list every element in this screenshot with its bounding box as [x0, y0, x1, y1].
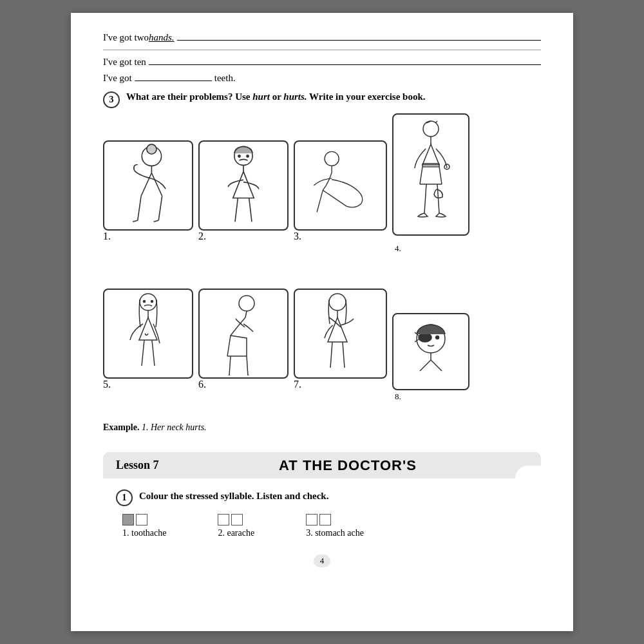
svg-line-31: [142, 340, 144, 366]
svg-point-45: [436, 336, 439, 339]
sq-1a[interactable]: [122, 514, 134, 526]
sq-1b[interactable]: [136, 514, 147, 526]
svg-line-39: [330, 342, 332, 368]
page-number-area: 4: [103, 554, 541, 567]
line3-suffix: teeth.: [214, 73, 236, 84]
svg-point-12: [247, 155, 249, 157]
sq-2b[interactable]: [231, 514, 243, 526]
line3-row: I've got teeth.: [103, 73, 541, 84]
syllable-item-3: 3. stomach ache: [306, 514, 364, 538]
exercise3-header: 3 What are their problems? Use hurt or h…: [103, 90, 541, 108]
sq-2a[interactable]: [218, 514, 229, 526]
lesson7-body: 1 Colour the stressed syllable. Listen a…: [103, 478, 541, 548]
svg-point-27: [140, 294, 156, 310]
figure5: 5.: [103, 289, 193, 390]
example-line: Example. 1. Her neck hurts.: [103, 422, 541, 433]
svg-line-3: [141, 173, 151, 196]
line1-prefix: I've got two: [103, 32, 149, 43]
figure4-label: 4.: [395, 243, 401, 254]
exercise1-header: 1 Colour the stressed syllable. Listen a…: [116, 488, 528, 506]
figure8-area: 8.: [392, 261, 476, 390]
lesson7-tab: Lesson 7: [103, 452, 180, 478]
figure5-label: 5.: [103, 379, 111, 390]
figure4-area: 4.: [392, 113, 476, 242]
svg-point-42: [419, 333, 431, 342]
svg-line-26: [437, 184, 439, 213]
figure6-label: 6.: [198, 379, 206, 390]
figure1-label: 1.: [103, 231, 111, 242]
example-text: 1. Her neck hurts.: [142, 422, 207, 432]
lesson7-title: AT THE DOCTOR'S: [279, 457, 417, 474]
figure6: 6.: [198, 289, 289, 390]
svg-point-28: [144, 301, 146, 303]
line2-row: I've got ten: [103, 57, 541, 68]
line1-word: hands.: [149, 32, 175, 43]
syllable-boxes: 1. toothache 2. earache 3. sto: [122, 514, 528, 538]
figure2-label: 2.: [198, 231, 206, 242]
sq-3b[interactable]: [319, 514, 331, 526]
lesson7-tab-label: Lesson 7: [116, 459, 159, 472]
syllable-squares-2: [218, 514, 243, 526]
sq-3a[interactable]: [306, 514, 317, 526]
line3-prefix: I've got: [103, 73, 132, 84]
exercise1-number: 1: [116, 489, 133, 506]
worksheet-page: I've got two hands. I've got ten I've go…: [71, 13, 573, 631]
svg-line-18: [323, 190, 346, 206]
syllable-item-1: 1. toothache: [122, 514, 166, 538]
svg-line-32: [152, 340, 155, 366]
syllable-item-2: 2. earache: [218, 514, 254, 538]
svg-line-21: [435, 121, 437, 123]
svg-point-1: [147, 144, 156, 154]
syllable-word-3: 3. stomach ache: [306, 528, 364, 538]
figures-row2: 5.: [103, 261, 541, 390]
svg-line-35: [229, 356, 231, 375]
svg-point-19: [423, 121, 439, 137]
svg-line-5: [138, 196, 141, 220]
svg-line-7: [133, 220, 138, 222]
top-section: I've got two hands. I've got ten I've go…: [103, 32, 541, 84]
figures-row1: 1.: [103, 113, 541, 242]
line3-blank[interactable]: [135, 80, 212, 81]
figure2: 2.: [198, 140, 289, 242]
syllable-squares-1: [122, 514, 147, 526]
figure3: 3.: [294, 140, 387, 242]
svg-line-6: [158, 196, 162, 220]
page-number: 4: [314, 554, 331, 567]
exercise3-number: 3: [103, 91, 120, 108]
svg-point-15: [325, 151, 339, 166]
figure8-label: 8.: [395, 392, 401, 402]
figure1: 1.: [103, 140, 193, 242]
line2-fill: [149, 64, 541, 65]
figure3-label: 3.: [294, 231, 301, 242]
svg-line-14: [249, 198, 252, 222]
syllable-squares-3: [306, 514, 331, 526]
svg-line-8: [154, 220, 159, 222]
syllable-word-2: 2. earache: [218, 528, 254, 538]
figure7: 7.: [294, 289, 387, 390]
lesson7-section: Lesson 7 AT THE DOCTOR'S 1 Colour the st…: [103, 452, 541, 548]
svg-line-17: [317, 190, 323, 212]
figure7-label: 7.: [294, 379, 301, 390]
svg-line-34: [245, 311, 247, 317]
line2-prefix: I've got ten: [103, 57, 146, 68]
svg-point-11: [238, 155, 240, 157]
exercise3-instruction: What are their problems? Use hurt or hur…: [126, 90, 426, 104]
svg-point-33: [239, 296, 254, 311]
lesson7-title-area: AT THE DOCTOR'S: [180, 452, 515, 478]
line1-fill: [177, 40, 541, 41]
svg-line-36: [247, 356, 248, 375]
example-label: Example.: [103, 422, 139, 432]
lesson7-header: Lesson 7 AT THE DOCTOR'S: [103, 452, 541, 478]
svg-line-40: [343, 342, 345, 368]
line1-row: I've got two hands.: [103, 32, 541, 43]
figures-area: 1.: [103, 113, 541, 390]
svg-line-13: [235, 198, 238, 222]
svg-line-4: [151, 173, 162, 196]
syllable-word-1: 1. toothache: [122, 528, 166, 538]
divider: [103, 50, 541, 50]
svg-point-29: [151, 301, 153, 303]
svg-line-25: [424, 184, 426, 213]
svg-point-37: [329, 294, 346, 310]
exercise1-instruction: Colour the stressed syllable. Listen and…: [139, 488, 328, 503]
